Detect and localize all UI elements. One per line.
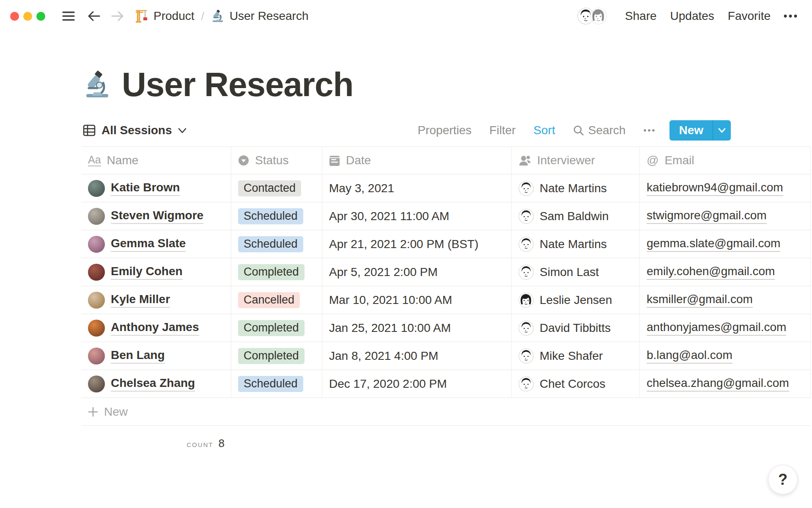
name-cell[interactable]: Gemma Slate — [81, 230, 231, 258]
sort-button[interactable]: Sort — [533, 124, 555, 137]
interviewer-cell[interactable]: Mike Shafer — [512, 342, 640, 370]
interviewer-cell[interactable]: Leslie Jensen — [512, 286, 640, 314]
database-table: Aa Name Status Date Interviewer @ Email … — [81, 146, 811, 426]
name-cell[interactable]: Katie Brown — [81, 174, 231, 202]
help-button[interactable]: ? — [768, 465, 798, 494]
updates-button[interactable]: Updates — [670, 9, 714, 23]
column-header-interviewer[interactable]: Interviewer — [512, 147, 640, 174]
email-cell[interactable]: stwigmore@gmail.com — [640, 202, 811, 230]
collaborator-avatar[interactable] — [589, 6, 608, 26]
table-row[interactable]: Kyle MillerCancelledMar 10, 2021 10:00 A… — [81, 286, 811, 314]
table-row[interactable]: Chelsea ZhangScheduledDec 17, 2020 2:00 … — [81, 370, 811, 398]
row-name-link[interactable]: Ben Lang — [111, 348, 165, 364]
table-row[interactable]: Ben LangCompletedJan 8, 2021 4:00 PMMike… — [81, 342, 811, 370]
person-photo-avatar — [88, 264, 105, 281]
email-link[interactable]: chelsea.zhang@gmail.com — [647, 376, 789, 392]
row-name-link[interactable]: Katie Brown — [111, 181, 180, 196]
column-header-status[interactable]: Status — [231, 147, 322, 174]
email-cell[interactable]: chelsea.zhang@gmail.com — [640, 370, 811, 398]
date-cell[interactable]: Apr 5, 2021 2:00 PM — [322, 258, 512, 286]
database-toolbar: All Sessions Properties Filter Sort Sear… — [0, 119, 812, 141]
name-cell[interactable]: Steven Wigmore — [81, 202, 231, 230]
row-name-link[interactable]: Gemma Slate — [111, 237, 186, 252]
status-cell[interactable]: Completed — [231, 314, 322, 342]
email-link[interactable]: anthonyjames@gmail.com — [647, 320, 786, 336]
email-cell[interactable]: emily.cohen@gmail.com — [640, 258, 811, 286]
new-button-dropdown[interactable] — [713, 120, 731, 141]
name-cell[interactable]: Anthony James — [81, 314, 231, 342]
name-cell[interactable]: Kyle Miller — [81, 286, 231, 314]
new-button[interactable]: New — [669, 120, 713, 141]
breadcrumb-item-user-research[interactable]: User Research — [211, 9, 309, 23]
date-cell[interactable]: Jan 8, 2021 4:00 PM — [322, 342, 512, 370]
properties-button[interactable]: Properties — [417, 124, 472, 137]
date-cell[interactable]: Mar 10, 2021 10:00 AM — [322, 286, 512, 314]
minimize-window-button[interactable] — [23, 12, 32, 21]
date-value: Apr 30, 2021 11:00 AM — [329, 210, 449, 223]
row-name-link[interactable]: Emily Cohen — [111, 265, 183, 280]
date-cell[interactable]: Apr 21, 2021 2:00 PM (BST) — [322, 230, 512, 258]
microscope-icon[interactable] — [83, 70, 112, 99]
column-header-email[interactable]: @ Email — [640, 147, 811, 174]
email-cell[interactable]: ksmiller@gmail.com — [640, 286, 811, 314]
forward-arrow-icon[interactable] — [111, 11, 124, 22]
column-header-name[interactable]: Aa Name — [81, 147, 231, 174]
table-footer-count[interactable]: COUNT 8 — [81, 426, 231, 450]
date-cell[interactable]: Dec 17, 2020 2:00 PM — [322, 370, 512, 398]
row-name-link[interactable]: Anthony James — [111, 320, 199, 336]
email-link[interactable]: ksmiller@gmail.com — [647, 293, 753, 308]
row-name-link[interactable]: Steven Wigmore — [111, 209, 203, 224]
status-cell[interactable]: Scheduled — [231, 202, 322, 230]
interviewer-cell[interactable]: Simon Last — [512, 258, 640, 286]
status-cell[interactable]: Cancelled — [231, 286, 322, 314]
interviewer-cell[interactable]: Nate Martins — [512, 174, 640, 202]
table-row[interactable]: Emily CohenCompletedApr 5, 2021 2:00 PMS… — [81, 258, 811, 286]
status-cell[interactable]: Contacted — [231, 174, 322, 202]
interviewer-cell[interactable]: Nate Martins — [512, 230, 640, 258]
email-cell[interactable]: anthonyjames@gmail.com — [640, 314, 811, 342]
zoom-window-button[interactable] — [36, 12, 45, 21]
email-link[interactable]: gemma.slate@gmail.com — [647, 237, 780, 252]
table-row[interactable]: Anthony JamesCompletedJan 25, 2021 10:00… — [81, 314, 811, 342]
status-cell[interactable]: Completed — [231, 342, 322, 370]
email-cell[interactable]: katiebrown94@gmail.com — [640, 174, 811, 202]
name-cell[interactable]: Ben Lang — [81, 342, 231, 370]
name-cell[interactable]: Chelsea Zhang — [81, 370, 231, 398]
new-row-button[interactable]: New — [81, 398, 811, 426]
view-more-options-icon[interactable] — [643, 129, 655, 132]
email-link[interactable]: b.lang@aol.com — [647, 348, 732, 364]
interviewer-cell[interactable]: Chet Corcos — [512, 370, 640, 398]
back-arrow-icon[interactable] — [88, 11, 100, 22]
date-cell[interactable]: Jan 25, 2021 10:00 AM — [322, 314, 512, 342]
breadcrumb-item-product[interactable]: Product — [134, 9, 195, 23]
status-cell[interactable]: Completed — [231, 258, 322, 286]
table-row[interactable]: Gemma SlateScheduledApr 21, 2021 2:00 PM… — [81, 230, 811, 258]
name-cell[interactable]: Emily Cohen — [81, 258, 231, 286]
email-link[interactable]: stwigmore@gmail.com — [647, 209, 767, 224]
column-header-date[interactable]: Date — [322, 147, 512, 174]
interviewer-cell[interactable]: David Tibbitts — [512, 314, 640, 342]
table-row[interactable]: Katie BrownContactedMay 3, 2021Nate Mart… — [81, 174, 811, 202]
email-cell[interactable]: gemma.slate@gmail.com — [640, 230, 811, 258]
date-cell[interactable]: Apr 30, 2021 11:00 AM — [322, 202, 512, 230]
filter-button[interactable]: Filter — [489, 124, 516, 137]
date-value: Jan 8, 2021 4:00 PM — [329, 349, 438, 363]
email-link[interactable]: emily.cohen@gmail.com — [647, 265, 775, 280]
row-name-link[interactable]: Kyle Miller — [111, 293, 170, 308]
interviewer-cell[interactable]: Sam Baldwin — [512, 202, 640, 230]
table-row[interactable]: Steven WigmoreScheduledApr 30, 2021 11:0… — [81, 202, 811, 230]
view-tab-all-sessions[interactable]: All Sessions — [83, 124, 187, 137]
traffic-lights — [10, 12, 45, 21]
favorite-button[interactable]: Favorite — [728, 9, 771, 23]
more-options-icon[interactable] — [783, 14, 798, 18]
status-cell[interactable]: Scheduled — [231, 230, 322, 258]
date-cell[interactable]: May 3, 2021 — [322, 174, 512, 202]
email-cell[interactable]: b.lang@aol.com — [640, 342, 811, 370]
status-cell[interactable]: Scheduled — [231, 370, 322, 398]
share-button[interactable]: Share — [625, 9, 657, 23]
close-window-button[interactable] — [10, 12, 19, 21]
sidebar-menu-icon[interactable] — [62, 11, 75, 21]
search-button[interactable]: Search — [573, 124, 626, 137]
row-name-link[interactable]: Chelsea Zhang — [111, 376, 195, 392]
email-link[interactable]: katiebrown94@gmail.com — [647, 181, 783, 196]
